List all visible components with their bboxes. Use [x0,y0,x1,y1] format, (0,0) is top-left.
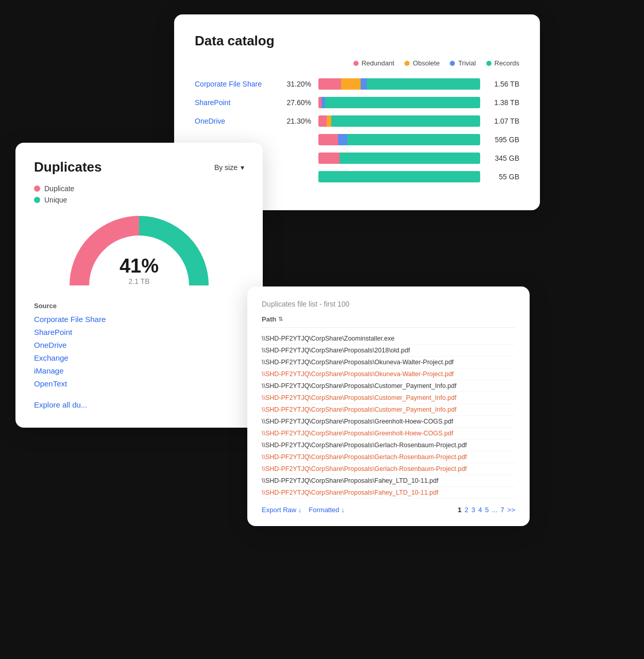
duplicates-card: Duplicates By size ▾ Duplicate Unique 41… [15,143,263,428]
page-link[interactable]: 4 [478,506,482,514]
source-item[interactable]: iManage [34,366,244,375]
legend-label: Obsolete [413,59,439,67]
catalog-pct: 27.60% [284,98,311,107]
sort-dropdown[interactable]: By size ▾ [214,163,244,172]
legend-item: Obsolete [404,59,439,67]
dup-legend-label: Unique [44,196,67,204]
file-list-card: Duplicates file list - first 100 Path ⇅ … [247,286,530,526]
export-formatted-link[interactable]: Formatted ↓ [309,506,344,514]
file-row: \\SHD-PF2YTJQ\CorpShare\Proposals\Custom… [262,380,515,392]
file-row: \\SHD-PF2YTJQ\CorpShare\Proposals\Okunev… [262,357,515,368]
source-label: Source [34,302,244,310]
bar-segment [340,153,480,164]
source-item[interactable]: Exchange [34,353,244,362]
page-link[interactable]: 2 [465,506,468,514]
legend-item: Trivial [450,59,476,67]
page-link[interactable]: >> [507,506,515,514]
bar-container [318,171,480,182]
duplicate-file-row: \\SHD-PF2YTJQ\CorpShare\Proposals\Fahey_… [262,487,515,499]
bar-segment [318,153,340,164]
legend-label: Redundant [362,59,395,67]
bar-segment [341,78,361,90]
page-link[interactable]: ... [492,506,498,514]
catalog-row: OneDrive 21.30% 1.07 TB [195,115,519,127]
gauge-wrapper: 41% 2.1 TB [34,209,244,292]
bar-segment [331,115,480,127]
bar-segment [361,78,367,90]
catalog-size: 1.07 TB [487,117,519,125]
duplicate-file-row: \\SHD-PF2YTJQ\CorpShare\Proposals\Okunev… [262,368,515,380]
source-item[interactable]: OpenText [34,379,244,388]
legend-dot [486,61,492,66]
bar-segment [318,115,327,127]
source-item[interactable]: SharePoint [34,328,244,336]
catalog-size: 1.38 TB [487,98,519,107]
catalog-row: Corporate File Share 31.20% 1.56 TB [195,78,519,90]
sort-icon: ⇅ [278,316,283,323]
dup-legend-item: Duplicate [34,184,244,193]
source-list: Corporate File ShareSharePointOneDriveEx… [34,315,244,388]
file-row: \\SHD-PF2YTJQ\CorpShare\Zoominstaller.ex… [262,333,515,345]
legend-item: Records [486,59,519,67]
bar-container [318,115,480,127]
bar-container [318,134,480,145]
export-raw-link[interactable]: Export Raw ↓ [262,506,301,514]
catalog-size: 1.56 TB [487,80,519,88]
duplicate-file-row: \\SHD-PF2YTJQ\CorpShare\Proposals\Greenh… [262,428,515,440]
chevron-down-icon: ▾ [241,163,244,172]
legend-dot [450,61,455,66]
data-catalog-title: Data catalog [195,33,519,49]
catalog-row: SharePoint 27.60% 1.38 TB [195,97,519,108]
dup-legend-label: Duplicate [44,184,74,193]
data-catalog-legend: Redundant Obsolete Trivial Records [195,59,519,67]
legend-dot [353,61,359,66]
file-row: \\SHD-PF2YTJQ\CorpShare\Proposals\2018\o… [262,345,515,357]
file-row: \\SHD-PF2YTJQ\CorpShare\Proposals\Greenh… [262,416,515,428]
duplicate-file-row: \\SHD-PF2YTJQ\CorpShare\Proposals\Gerlac… [262,463,515,475]
path-col-label: Path [262,315,276,323]
duplicate-file-row: \\SHD-PF2YTJQ\CorpShare\Proposals\Custom… [262,404,515,416]
catalog-size: 345 GB [487,154,519,162]
export-links: Export Raw ↓ Formatted ↓ [262,506,345,514]
duplicates-legend: Duplicate Unique [34,184,244,204]
legend-dot [404,61,410,66]
catalog-source-link[interactable]: SharePoint [195,98,277,107]
bar-container [318,97,480,108]
bar-segment [327,115,331,127]
file-rows: \\SHD-PF2YTJQ\CorpShare\Zoominstaller.ex… [262,333,515,499]
path-column-header[interactable]: Path ⇅ [262,315,515,328]
source-item[interactable]: OneDrive [34,341,244,349]
sort-label: By size [214,163,238,172]
duplicates-header: Duplicates By size ▾ [34,159,244,175]
catalog-source-link[interactable]: Corporate File Share [195,80,277,88]
catalog-source-link[interactable]: OneDrive [195,117,277,125]
catalog-pct: 31.20% [284,80,311,88]
page-link[interactable]: 7 [501,506,504,514]
filelist-footer: Export Raw ↓ Formatted ↓ 12345...7>> [262,506,515,514]
legend-label: Records [495,59,519,67]
dup-legend-dot [34,197,40,203]
bar-segment [367,78,480,90]
source-item[interactable]: Corporate File Share [34,315,244,324]
duplicate-file-row: \\SHD-PF2YTJQ\CorpShare\Proposals\Custom… [262,392,515,404]
gauge-percentage: 41% [120,255,159,277]
duplicates-title: Duplicates [34,159,102,175]
dup-legend-dot [34,185,40,192]
bar-segment [318,171,480,182]
explore-all-link[interactable]: Explore all du... [34,400,244,409]
file-row: \\SHD-PF2YTJQ\CorpShare\Proposals\Fahey_… [262,475,515,487]
page-link[interactable]: 3 [471,506,475,514]
duplicate-file-row: \\SHD-PF2YTJQ\CorpShare\Proposals\Gerlac… [262,451,515,463]
file-row: \\SHD-PF2YTJQ\CorpShare\Proposals\Gerlac… [262,440,515,451]
dup-legend-item: Unique [34,196,244,204]
page-link[interactable]: 5 [485,506,489,514]
catalog-pct: 21.30% [284,117,311,125]
catalog-size: 55 GB [487,173,519,181]
catalog-size: 595 GB [487,136,519,144]
bar-segment [338,134,348,145]
bar-segment [347,134,480,145]
bar-segment [318,134,338,145]
filelist-title: Duplicates file list - first 100 [262,300,515,308]
legend-item: Redundant [353,59,395,67]
bar-container [318,153,480,164]
